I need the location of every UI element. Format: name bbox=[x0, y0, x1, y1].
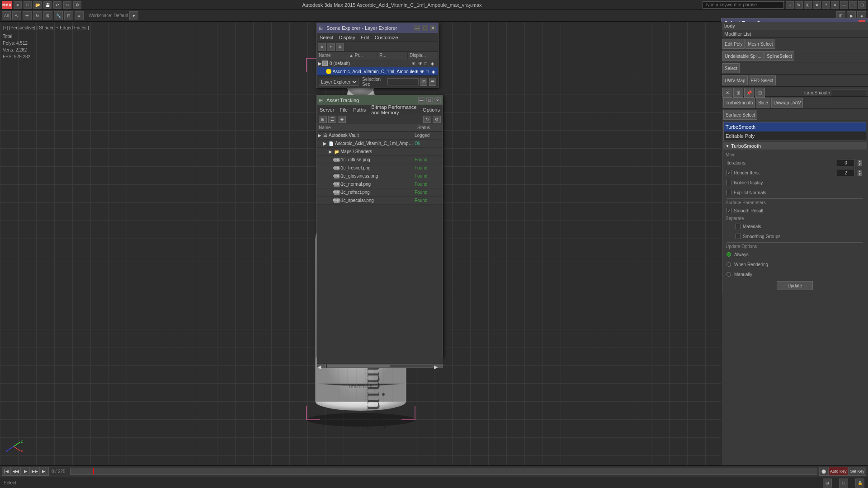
ts-section-header[interactable]: ▼ TurboSmooth bbox=[723, 142, 867, 150]
move-tool-btn[interactable]: ✛ bbox=[23, 11, 32, 20]
at-item-file[interactable]: ▶ 📄 Ascorbic_Acid_Vitamin_C_1ml_Ampoule_… bbox=[317, 140, 443, 148]
layer-menu-edit[interactable]: Edit bbox=[358, 33, 372, 42]
ts-iter-spinner[interactable]: ▲ ▼ bbox=[857, 159, 863, 166]
modifier-turbosmooth-item[interactable]: TurboSmooth bbox=[724, 122, 866, 131]
ts-update-btn[interactable]: Update bbox=[777, 281, 813, 290]
scale-tool-btn[interactable]: ⊠ bbox=[43, 11, 52, 20]
tool-settings[interactable]: ⚙ bbox=[336, 43, 344, 51]
asset-menu-bitmap[interactable]: Bitmap Performance and Memory bbox=[368, 105, 420, 114]
ts-render-checkbox[interactable] bbox=[726, 170, 732, 175]
icon-star[interactable]: ★ bbox=[813, 1, 821, 9]
menu-btn[interactable]: ≡ bbox=[14, 1, 22, 9]
rp-small-1[interactable]: ✕ bbox=[722, 88, 732, 98]
rp-unwrap-btn[interactable]: Unwrap UVW bbox=[771, 98, 803, 108]
layer-explorer-close[interactable]: ✕ bbox=[430, 25, 436, 31]
timeline-next[interactable]: ▶| bbox=[40, 467, 49, 476]
layer-explorer-restore[interactable]: □ bbox=[422, 25, 428, 31]
lock-btn[interactable]: 🔒 bbox=[855, 479, 864, 488]
at-item-refract[interactable]: PNG 1c_refract.png Found bbox=[317, 188, 443, 197]
icon-scale[interactable]: ⊞ bbox=[804, 1, 812, 9]
layer-item-ascorbic[interactable]: Ascorbic_Acid_Vitamin_C_1ml_Ampoule ❄ 👁 … bbox=[317, 67, 438, 75]
scroll-thumb[interactable] bbox=[327, 365, 390, 367]
keyframe-btn[interactable]: ⬤ bbox=[819, 467, 828, 476]
ts-always-radio[interactable] bbox=[726, 252, 731, 257]
at-item-vault[interactable]: ▶ 🏛 Autodesk Vault Logged bbox=[317, 131, 443, 140]
scroll-track[interactable] bbox=[327, 364, 433, 368]
asset-menu-paths[interactable]: Paths bbox=[350, 105, 368, 114]
timeline[interactable]: |◀ ◀◀ ▶ ▶▶ ▶| 0 / 225 ⬤ Auto Key Set Key bbox=[0, 466, 868, 477]
icon-restore[interactable]: ⊡ bbox=[858, 1, 866, 9]
workspace-arrow[interactable]: ▼ bbox=[129, 11, 138, 20]
asset-menu-server[interactable]: Server bbox=[317, 105, 337, 114]
at-btn-1[interactable]: ⊞ bbox=[319, 116, 327, 123]
rp-turbosmooth-btn[interactable]: TurboSmooth bbox=[723, 98, 755, 108]
at-item-normal[interactable]: PNG 1c_normal.png Found bbox=[317, 180, 443, 188]
rp-select-btn[interactable]: Select bbox=[722, 63, 740, 73]
redo-btn[interactable]: ↪ bbox=[63, 1, 71, 9]
undeletable-btn[interactable]: Undeletable Spli... bbox=[722, 51, 764, 61]
scroll-left[interactable]: ◀ bbox=[317, 364, 326, 368]
rotate-tool-btn[interactable]: ↻ bbox=[33, 11, 42, 20]
ts-smooth-checkbox[interactable] bbox=[726, 208, 732, 213]
setkey-btn[interactable]: Set Key bbox=[848, 467, 866, 476]
ts-smoothgroups-checkbox[interactable] bbox=[736, 234, 741, 239]
timeline-back[interactable]: ◀◀ bbox=[11, 467, 21, 476]
asset-menu-file[interactable]: File bbox=[337, 105, 350, 114]
grid-btn[interactable]: ⊞ bbox=[823, 479, 832, 488]
icon-maximize[interactable]: □ bbox=[849, 1, 857, 9]
new-btn[interactable]: □ bbox=[24, 1, 32, 9]
selection-set-input-rp[interactable] bbox=[831, 89, 867, 96]
rp-small-2[interactable]: ⊞ bbox=[733, 88, 743, 98]
rp-surface-btn[interactable]: Surface Select bbox=[723, 110, 757, 120]
ts-manually-radio[interactable] bbox=[726, 272, 731, 277]
layer-btn-1[interactable]: ⊞ bbox=[420, 78, 428, 86]
at-btn-settings[interactable]: ⚙ bbox=[433, 116, 441, 123]
undo-btn[interactable]: ↩ bbox=[53, 1, 61, 9]
at-btn-2[interactable]: ☰ bbox=[328, 116, 336, 123]
save-btn[interactable]: 💾 bbox=[43, 1, 52, 9]
asset-minimize[interactable]: — bbox=[418, 97, 425, 103]
asset-scrollbar[interactable]: ◀ ▶ bbox=[317, 363, 443, 368]
spline-select-btn[interactable]: SplineSelect bbox=[764, 51, 794, 61]
at-item-diffuse[interactable]: PNG 1c_diffuse.png Found bbox=[317, 156, 443, 164]
search-input[interactable] bbox=[703, 1, 784, 9]
ts-isoline-checkbox[interactable] bbox=[726, 180, 732, 185]
ts-explicit-checkbox[interactable] bbox=[726, 190, 732, 195]
timeline-play[interactable]: ▶ bbox=[21, 467, 30, 476]
asset-close[interactable]: ✕ bbox=[434, 97, 441, 103]
edit-poly-btn[interactable]: Edit Poly bbox=[722, 39, 745, 49]
open-btn[interactable]: 📂 bbox=[33, 1, 42, 9]
snap-btn[interactable]: 🔧 bbox=[54, 11, 63, 20]
ts-iterations-input[interactable]: 0 bbox=[837, 159, 855, 166]
viewport-btn[interactable]: □ bbox=[839, 479, 848, 488]
at-item-maps[interactable]: ▶ 📁 Maps / Shaders bbox=[317, 148, 443, 156]
icon-move[interactable]: ↔ bbox=[786, 1, 794, 9]
timeline-track[interactable] bbox=[70, 468, 817, 475]
select-tool-btn[interactable]: ↖ bbox=[12, 11, 21, 20]
modifier-editpoly-item[interactable]: Editable Poly bbox=[724, 131, 866, 141]
layer-menu-display[interactable]: Display bbox=[336, 33, 358, 42]
layer-select[interactable]: Layer Explorer bbox=[319, 78, 359, 86]
ts-render-spinner[interactable]: ▲ ▼ bbox=[857, 169, 863, 176]
selection-filter-btn[interactable]: All bbox=[2, 11, 11, 20]
selection-set-input[interactable] bbox=[387, 78, 418, 85]
at-btn-refresh[interactable]: ↻ bbox=[423, 116, 431, 123]
timeline-fwd[interactable]: ▶▶ bbox=[30, 467, 40, 476]
tool-close[interactable]: ✕ bbox=[318, 43, 326, 51]
asset-restore[interactable]: □ bbox=[426, 97, 433, 103]
scroll-right[interactable]: ▶ bbox=[434, 364, 443, 368]
ts-render-input[interactable] bbox=[837, 169, 855, 176]
at-item-specular[interactable]: PNG 1c_specular.png Found bbox=[317, 197, 443, 205]
rp-small-4[interactable]: ⊟ bbox=[755, 88, 765, 98]
uvw-map-btn[interactable]: UWV Map bbox=[722, 75, 748, 85]
rp-slice-btn[interactable]: Slice bbox=[756, 98, 770, 108]
layer-menu-customize[interactable]: Customize bbox=[372, 33, 401, 42]
layer-btn-2[interactable]: ☰ bbox=[429, 78, 436, 86]
icon-help[interactable]: ? bbox=[822, 1, 830, 9]
icon-minimize[interactable]: — bbox=[840, 1, 848, 9]
timeline-prev[interactable]: |◀ bbox=[2, 467, 11, 476]
icon-close[interactable]: ✕ bbox=[831, 1, 839, 9]
align-btn[interactable]: ≡ bbox=[75, 11, 84, 20]
layer-explorer-minimize[interactable]: — bbox=[414, 25, 420, 31]
ffd-select-btn[interactable]: FFD Select bbox=[749, 75, 776, 85]
